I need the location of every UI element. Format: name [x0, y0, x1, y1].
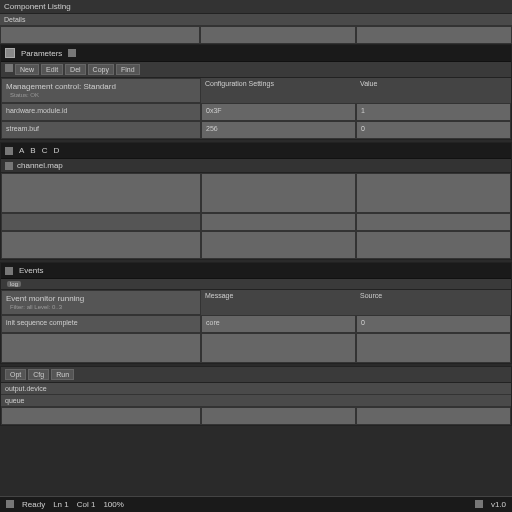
- cell[interactable]: core: [201, 315, 356, 333]
- cell[interactable]: [201, 213, 356, 231]
- channels-subtitle: channel.map: [17, 161, 63, 170]
- cell[interactable]: 256: [201, 121, 356, 139]
- copy-button[interactable]: Copy: [88, 64, 114, 75]
- cell[interactable]: [1, 231, 201, 259]
- cfg-button[interactable]: Cfg: [28, 369, 49, 380]
- cell[interactable]: [201, 333, 356, 363]
- run-button[interactable]: Run: [51, 369, 74, 380]
- document-icon: [5, 48, 15, 58]
- cell[interactable]: [356, 231, 511, 259]
- del-button[interactable]: Del: [65, 64, 86, 75]
- top-grid: [0, 26, 512, 44]
- status-ready: Ready: [22, 500, 45, 509]
- info-icon[interactable]: [475, 500, 483, 508]
- tab-a[interactable]: A: [19, 146, 24, 155]
- row-label[interactable]: hardware.module.id: [1, 103, 201, 121]
- cell[interactable]: [1, 173, 201, 213]
- new-button[interactable]: New: [15, 64, 39, 75]
- status-zoom: 100%: [103, 500, 123, 509]
- output-panel: Opt Cfg Run output.device queue: [0, 366, 512, 426]
- status-ln: Ln 1: [53, 500, 69, 509]
- top-title: Component Listing: [4, 2, 71, 11]
- events-line2: Filter: all Level: 0..3: [6, 303, 196, 311]
- cell[interactable]: 1: [356, 103, 511, 121]
- cell: [200, 26, 356, 44]
- col-config[interactable]: Configuration Settings: [201, 78, 356, 103]
- status-icon: [6, 500, 14, 508]
- cell[interactable]: [201, 173, 356, 213]
- output-line1: output.device: [1, 383, 511, 395]
- param-line2: Status: OK: [6, 91, 196, 99]
- collapse-icon[interactable]: [68, 49, 76, 57]
- find-button[interactable]: Find: [116, 64, 140, 75]
- cell[interactable]: [1, 407, 201, 425]
- param-line1: Management control: Standard: [6, 82, 196, 91]
- tab-b[interactable]: B: [30, 146, 35, 155]
- cell[interactable]: [356, 333, 511, 363]
- parameters-header[interactable]: Parameters: [1, 45, 511, 62]
- channels-grid: [1, 173, 511, 259]
- cell: [356, 26, 512, 44]
- parameters-panel: Parameters New Edit Del Copy Find Manage…: [0, 44, 512, 140]
- output-grid: [1, 407, 511, 425]
- events-panel: Events log Event monitor running Filter:…: [0, 262, 512, 364]
- output-line2: queue: [1, 395, 511, 407]
- top-header: Component Listing: [0, 0, 512, 14]
- col-source[interactable]: Source: [356, 290, 511, 315]
- param-desc: Management control: Standard Status: OK: [1, 78, 201, 103]
- row-label[interactable]: init sequence complete: [1, 315, 201, 333]
- col-message[interactable]: Message: [201, 290, 356, 315]
- cell[interactable]: [356, 173, 511, 213]
- cell[interactable]: [201, 231, 356, 259]
- row-label[interactable]: [1, 213, 201, 231]
- cell[interactable]: 0: [356, 121, 511, 139]
- events-header[interactable]: Events: [1, 263, 511, 279]
- channels-sub: channel.map: [1, 159, 511, 173]
- grid-icon: [5, 147, 13, 155]
- cell[interactable]: [356, 407, 511, 425]
- top-subtitle: Details: [0, 14, 512, 26]
- edit-button[interactable]: Edit: [41, 64, 63, 75]
- tab-d[interactable]: D: [53, 146, 59, 155]
- file-icon[interactable]: [5, 64, 13, 72]
- status-bar: Ready Ln 1 Col 1 100% v1.0: [0, 496, 512, 512]
- cell[interactable]: [1, 333, 201, 363]
- events-badge[interactable]: log: [7, 281, 21, 287]
- events-line1: Event monitor running: [6, 294, 196, 303]
- channels-panel: A B C D channel.map: [0, 142, 512, 260]
- events-grid: Event monitor running Filter: all Level:…: [1, 290, 511, 363]
- cell[interactable]: 0x3F: [201, 103, 356, 121]
- cell[interactable]: [356, 213, 511, 231]
- tab-c[interactable]: C: [42, 146, 48, 155]
- channels-header[interactable]: A B C D: [1, 143, 511, 159]
- cell[interactable]: 0: [356, 315, 511, 333]
- opt-button[interactable]: Opt: [5, 369, 26, 380]
- status-version: v1.0: [491, 500, 506, 509]
- parameters-title: Parameters: [21, 49, 62, 58]
- list-icon: [5, 162, 13, 170]
- cell[interactable]: [201, 407, 356, 425]
- events-title: Events: [19, 266, 43, 275]
- output-toolbar: Opt Cfg Run: [1, 367, 511, 383]
- col-value[interactable]: Value: [356, 78, 511, 103]
- parameters-grid: Management control: Standard Status: OK …: [1, 78, 511, 139]
- events-desc: Event monitor running Filter: all Level:…: [1, 290, 201, 315]
- cell: [0, 26, 200, 44]
- spacer: [132, 500, 467, 509]
- events-toolbar: log: [1, 279, 511, 290]
- log-icon: [5, 267, 13, 275]
- status-col: Col 1: [77, 500, 96, 509]
- row-label[interactable]: stream.buf: [1, 121, 201, 139]
- parameters-toolbar: New Edit Del Copy Find: [1, 62, 511, 78]
